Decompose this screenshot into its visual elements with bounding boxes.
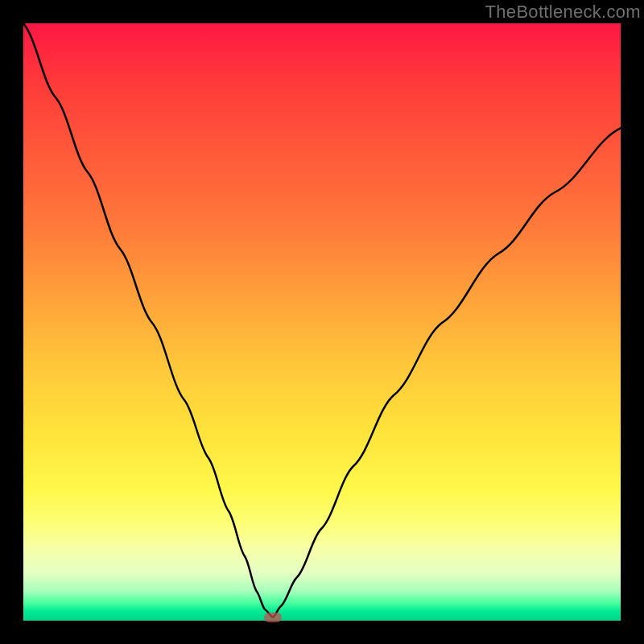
plot-area (23, 23, 621, 621)
watermark-text: TheBottleneck.com (485, 2, 641, 23)
bottleneck-curve (23, 23, 621, 621)
chart-frame: TheBottleneck.com (0, 0, 644, 644)
optimum-marker (264, 613, 282, 622)
